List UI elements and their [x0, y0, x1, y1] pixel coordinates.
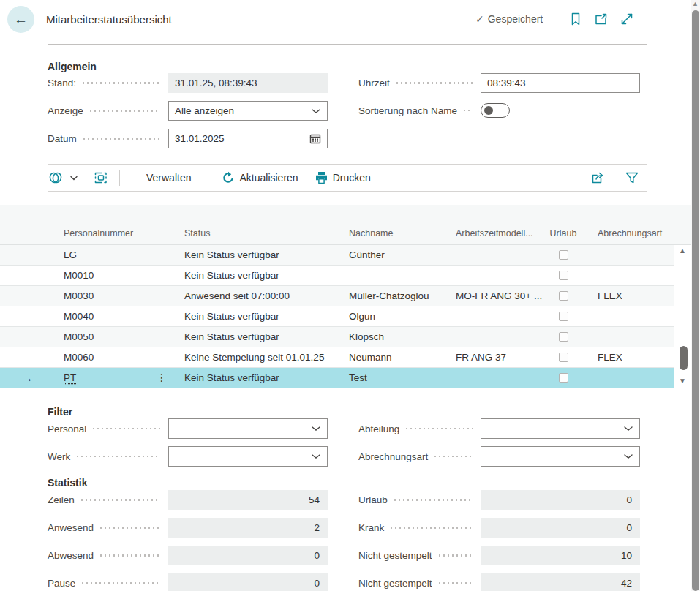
datum-field[interactable]: 31.01.2025	[168, 129, 328, 148]
open-in-window-icon[interactable]	[594, 12, 609, 26]
share-icon[interactable]	[590, 170, 606, 185]
drucken-button[interactable]: Drucken	[315, 171, 371, 184]
table-row[interactable]: M0050 Kein Status verfügbar Klopsch	[0, 327, 674, 347]
toolbar-separator	[119, 170, 120, 186]
section-allgemein-title: Allgemein	[48, 61, 97, 72]
page-scrollbar-thumb[interactable]	[692, 10, 699, 591]
chevron-down-icon	[311, 453, 321, 460]
action-toolbar: Verwalten Aktualisieren Drucken	[48, 167, 371, 189]
uhrzeit-field[interactable]: 08:39:43	[481, 73, 640, 93]
header-divider	[48, 44, 647, 45]
printer-icon	[315, 171, 328, 184]
mitarbeiterstatus-page: ← Mitarbeiterstatusübersicht ✓ Gespeiche…	[0, 0, 700, 591]
stand-label: Stand:	[48, 73, 165, 93]
abteilung-select[interactable]	[481, 418, 640, 439]
sortierung-label: Sortierung nach Name	[358, 103, 477, 118]
toolbar-right	[590, 167, 639, 189]
check-icon: ✓	[475, 13, 484, 25]
scroll-up-icon[interactable]: ▲	[679, 246, 686, 255]
krank-label: Krank	[358, 518, 477, 538]
krank-value: 0	[481, 518, 640, 538]
table-row[interactable]: M0010 Kein Status verfügbar	[0, 266, 674, 286]
back-arrow-icon: ←	[14, 12, 28, 28]
col-arbeitszeitmodell[interactable]: Arbeitszeitmodell...	[456, 228, 545, 238]
chevron-down-icon	[623, 453, 633, 460]
table-header-row: Personalnummer Status Nachname Arbeitsze…	[0, 205, 691, 245]
pause-label: Pause	[48, 573, 165, 591]
page-title: Mitarbeiterstatusübersicht	[46, 13, 172, 26]
col-urlaub[interactable]: Urlaub	[545, 228, 582, 238]
werk-label: Werk	[48, 446, 165, 467]
urlaub-checkbox[interactable]	[559, 250, 568, 260]
col-nachname[interactable]: Nachname	[349, 228, 456, 238]
chevron-down-icon	[311, 108, 321, 115]
abwesend-label: Abwesend	[48, 546, 165, 565]
zeilen-label: Zeilen	[48, 490, 165, 510]
personalnummer-link[interactable]: PT	[64, 372, 76, 383]
table-scrollbar[interactable]: ▲ ▼	[677, 246, 689, 387]
bookmark-icon[interactable]	[568, 12, 583, 26]
col-status[interactable]: Status	[184, 228, 349, 238]
nicht-gestempelt-2-label: Nicht gestempelt	[358, 573, 477, 591]
board-view-button[interactable]	[93, 170, 109, 185]
urlaub-checkbox[interactable]	[559, 312, 568, 321]
saved-indicator: ✓ Gespeichert	[475, 13, 543, 25]
refresh-icon	[222, 171, 235, 184]
urlaub-checkbox[interactable]	[559, 271, 568, 280]
abwesend-value: 0	[168, 546, 328, 565]
toggle-knob	[484, 106, 493, 115]
toolbar-bottom-line	[48, 191, 647, 192]
abrechnungsart-filter-label: Abrechnungsart	[358, 446, 477, 467]
nicht-gestempelt-1-label: Nicht gestempelt	[358, 546, 477, 565]
uhrzeit-label: Uhrzeit	[358, 73, 477, 93]
verwalten-button[interactable]: Verwalten	[146, 172, 191, 184]
urlaub-checkbox[interactable]	[559, 373, 568, 383]
chevron-down-icon	[311, 425, 321, 432]
saved-label: Gespeichert	[488, 13, 543, 25]
urlaub-checkbox[interactable]	[559, 353, 568, 362]
anzeige-select[interactable]: Alle anzeigen	[168, 101, 328, 121]
chevron-down-icon	[69, 175, 78, 181]
table-row[interactable]: M0060 Keine Stempelung seit 01.01.25 Neu…	[0, 347, 674, 368]
page-scrollbar[interactable]: ▲	[691, 0, 700, 591]
col-abrechnungsart[interactable]: Abrechnungsart	[582, 228, 691, 238]
table-row[interactable]: LG Kein Status verfügbar Günther	[0, 245, 674, 266]
urlaub-checkbox[interactable]	[559, 291, 568, 301]
zeilen-value: 54	[168, 490, 328, 510]
abteilung-label: Abteilung	[358, 418, 477, 439]
calendar-icon[interactable]	[309, 133, 321, 144]
personal-select[interactable]	[168, 418, 328, 439]
stand-field: 31.01.25, 08:39:43	[168, 73, 328, 93]
back-button[interactable]: ←	[7, 6, 34, 33]
abrechnungsart-select[interactable]	[481, 446, 640, 467]
filter-icon[interactable]	[625, 170, 639, 185]
section-statistik-title: Statistik	[48, 477, 87, 489]
table-scrollbar-thumb[interactable]	[680, 346, 688, 370]
anzeige-label: Anzeige	[48, 101, 165, 121]
nicht-gestempelt-1-value: 10	[481, 546, 640, 565]
scroll-down-icon[interactable]: ▼	[679, 377, 686, 385]
views-button[interactable]	[48, 170, 78, 185]
section-filter-title: Filter	[48, 406, 72, 418]
anwesend-label: Anwesend	[48, 518, 165, 538]
pause-value: 0	[168, 573, 328, 591]
col-personalnummer[interactable]: Personalnummer	[64, 228, 184, 238]
expand-icon[interactable]	[620, 12, 634, 26]
selected-row-arrow-icon: →	[0, 372, 64, 384]
personal-label: Personal	[48, 418, 165, 439]
urlaub-checkbox[interactable]	[559, 332, 568, 342]
table-row[interactable]: M0040 Kein Status verfügbar Olgun	[0, 306, 674, 327]
anwesend-value: 2	[168, 518, 328, 538]
urlaub-value: 0	[481, 490, 640, 510]
scroll-up-icon[interactable]: ▲	[692, 0, 699, 7]
table-row[interactable]: M0030 Anwesend seit 07:00:00 Müller-Chat…	[0, 286, 674, 306]
sortierung-toggle[interactable]	[481, 103, 510, 118]
werk-select[interactable]	[168, 446, 328, 467]
row-menu-icon[interactable]: ⋮	[157, 372, 167, 383]
chevron-down-icon	[623, 425, 633, 432]
nicht-gestempelt-2-value: 42	[481, 573, 640, 591]
table-row-selected[interactable]: → PT ⋮ Kein Status verfügbar Test	[0, 368, 674, 388]
urlaub-label: Urlaub	[358, 490, 477, 510]
datum-label: Datum	[48, 129, 165, 148]
aktualisieren-button[interactable]: Aktualisieren	[222, 171, 298, 184]
